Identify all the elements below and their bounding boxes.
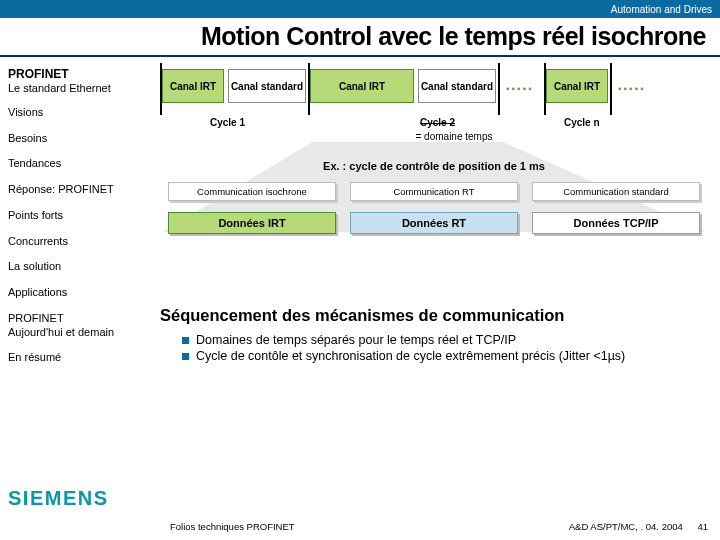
bullet-2: Cycle de contôle et synchronisation de c… <box>182 349 708 363</box>
page-title: Motion Control avec le temps réel isochr… <box>0 18 720 57</box>
cycle-1-label: Cycle 1 <box>210 117 245 128</box>
channel-irt-1: Canal IRT <box>162 69 224 103</box>
eqdom-note: = domaine temps <box>180 131 720 142</box>
sidebar-section-title: PROFINET <box>8 67 142 82</box>
comm-rt-box: Communication RT <box>350 182 518 201</box>
page-number: 41 <box>697 521 708 532</box>
sidebar-item-besoins[interactable]: Besoins <box>8 132 142 146</box>
data-tcp-box: Données TCP/IP <box>532 212 700 234</box>
bullet-1: Domaines de temps séparés pour le temps … <box>182 333 708 347</box>
sidebar-item-solution[interactable]: La solution <box>8 260 142 274</box>
cycle-2-label: Cycle 2 <box>420 117 455 128</box>
sidebar-section-subtitle: Le standard Ethernet <box>8 82 142 96</box>
channel-irt-2: Canal IRT <box>310 69 414 103</box>
example-label: Ex. : cycle de contrôle de position de 1… <box>160 160 708 172</box>
sidebar-item-concurrents[interactable]: Concurrents <box>8 235 142 249</box>
brand-bar-text: Automation and Drives <box>611 4 712 15</box>
sidebar-item-resume[interactable]: En résumé <box>8 351 142 365</box>
sidebar: PROFINET Le standard Ethernet Visions Be… <box>0 57 150 517</box>
main-content: Canal IRT Canal standard Canal IRT Canal… <box>150 57 720 517</box>
ellipsis-icon: ▪▪▪▪▪ <box>506 83 534 94</box>
section-heading: Séquencement des mécanismes de communica… <box>160 306 708 325</box>
footer-left: Folios techniques PROFINET <box>170 521 295 532</box>
sidebar-item-visions[interactable]: Visions <box>8 106 142 120</box>
bullet-list: Domaines de temps séparés pour le temps … <box>182 333 708 363</box>
sidebar-item-applications[interactable]: Applications <box>8 286 142 300</box>
channel-timeline: Canal IRT Canal standard Canal IRT Canal… <box>160 69 708 115</box>
channel-std-2: Canal standard <box>418 69 496 103</box>
ellipsis-icon: ▪▪▪▪▪ <box>618 83 646 94</box>
sidebar-item-reponse[interactable]: Réponse: PROFINET <box>8 183 142 197</box>
cycle-n-label: Cycle n <box>564 117 600 128</box>
cycle-labels: Cycle 1 Cycle 2 Cycle n <box>160 117 708 131</box>
channel-std-1: Canal standard <box>228 69 306 103</box>
footer-right: A&D AS/PT/MC, . 04. 2004 <box>569 521 683 532</box>
siemens-logo: SIEMENS <box>8 487 109 510</box>
brand-bar: Automation and Drives <box>0 0 720 18</box>
sidebar-item-profinet-today[interactable]: PROFINET Aujourd'hui et demain <box>8 312 142 340</box>
data-rt-box: Données RT <box>350 212 518 234</box>
comm-isochrone-box: Communication isochrone <box>168 182 336 201</box>
sidebar-item-points-forts[interactable]: Points forts <box>8 209 142 223</box>
footer: Folios techniques PROFINET A&D AS/PT/MC,… <box>170 521 708 532</box>
data-irt-box: Données IRT <box>168 212 336 234</box>
comm-standard-box: Communication standard <box>532 182 700 201</box>
channel-irt-n: Canal IRT <box>546 69 608 103</box>
expansion-area: Ex. : cycle de contrôle de position de 1… <box>160 146 708 236</box>
sidebar-item-tendances[interactable]: Tendances <box>8 157 142 171</box>
